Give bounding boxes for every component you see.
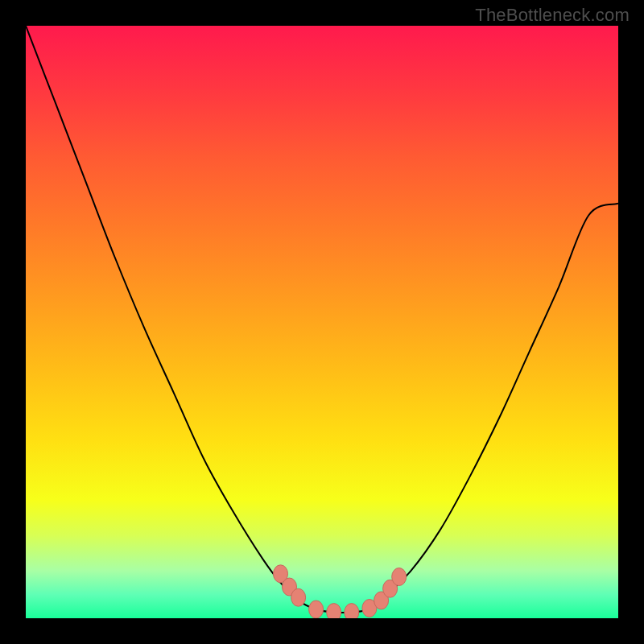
plot-area <box>26 26 618 618</box>
curve-marker <box>291 588 306 606</box>
watermark-text: TheBottleneck.com <box>475 5 630 26</box>
markers-group <box>274 565 407 618</box>
curve-marker <box>345 604 359 618</box>
curve-marker <box>392 568 407 586</box>
bottleneck-curve <box>26 26 618 613</box>
curve-marker <box>327 604 341 618</box>
chart-frame: TheBottleneck.com <box>0 0 644 644</box>
curve-marker <box>309 601 324 618</box>
chart-svg <box>26 26 618 618</box>
